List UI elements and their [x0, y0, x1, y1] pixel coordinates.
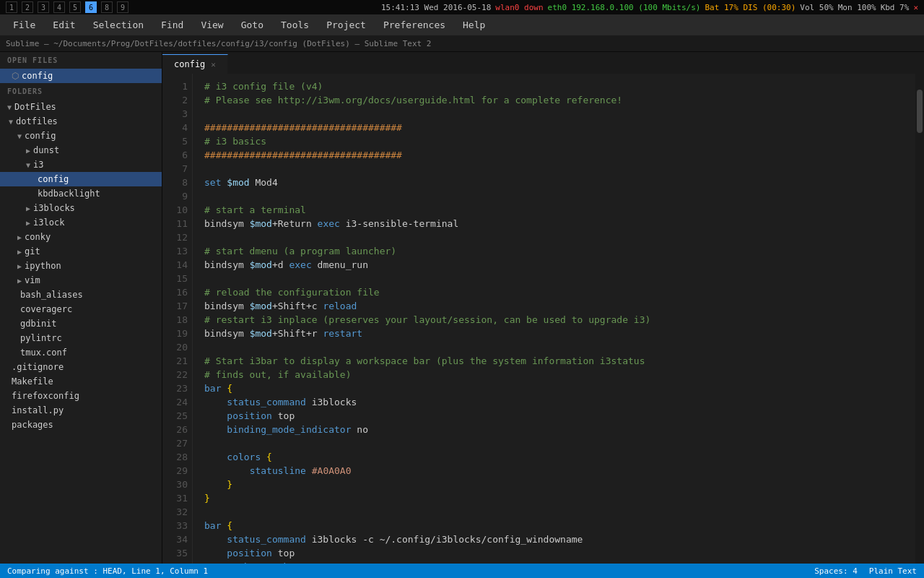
open-files-header: OPEN FILES [0, 52, 162, 69]
tree-arrow: ▶ [26, 204, 30, 212]
code-area: 1234567891011121314151617181920212223242… [162, 74, 924, 564]
spaces-indicator[interactable]: Spaces: 4 [814, 566, 858, 576]
line-num-15: 15 [162, 272, 188, 285]
close-icon[interactable]: ✕ [913, 3, 918, 12]
editor-area: config ✕ 1234567891011121314151617181920… [162, 52, 924, 564]
tabs-bar: config ✕ [162, 52, 924, 74]
item-label: tmux.conf [20, 348, 67, 358]
line-num-14: 14 [162, 258, 188, 272]
line-num-7: 7 [162, 162, 188, 176]
line-num-11: 11 [162, 217, 188, 230]
sidebar-item-kbdbacklight[interactable]: kbdbacklight [0, 186, 162, 201]
sidebar-item-installpy[interactable]: install.py [0, 403, 162, 418]
kbd-status: Kbd 7% [881, 3, 910, 12]
sidebar-item-i3blocks[interactable]: ▶ i3blocks [0, 201, 162, 215]
status-bar: 12345689 15:41:13 Wed 2016-05-18 wlan0 d… [0, 0, 924, 14]
item-label: ipython [25, 261, 61, 271]
tab-label: config [174, 59, 205, 69]
menu-item-tools[interactable]: Tools [274, 17, 316, 33]
workspace-9[interactable]: 9 [117, 1, 128, 13]
menu-item-project[interactable]: Project [319, 17, 373, 33]
item-label: install.py [12, 405, 64, 415]
menu-item-view[interactable]: View [193, 17, 230, 33]
tab-config[interactable]: config ✕ [162, 54, 228, 74]
item-label: gdbinit [20, 319, 57, 329]
line-numbers: 1234567891011121314151617181920212223242… [162, 74, 193, 564]
item-label: i3blocks [33, 203, 75, 213]
menu-item-edit[interactable]: Edit [45, 17, 82, 33]
menu-item-find[interactable]: Find [154, 17, 191, 33]
folder-tree: ▼ DotFiles▼ dotfiles▼ config▶ dunst▼ i3 … [0, 100, 162, 432]
sidebar-item-pylintrc[interactable]: pylintrc [0, 331, 162, 345]
sidebar-item-dunst[interactable]: ▶ dunst [0, 143, 162, 158]
tree-arrow: ▶ [17, 262, 22, 270]
tab-close-button[interactable]: ✕ [211, 60, 216, 69]
workspace-1[interactable]: 1 [6, 1, 17, 13]
line-num-24: 24 [162, 395, 188, 409]
item-label: config [38, 174, 69, 184]
sidebar-item-gdbinit[interactable]: gdbinit [0, 316, 162, 331]
sidebar-item-vim[interactable]: ▶ vim [0, 273, 162, 288]
item-label: Makefile [12, 376, 53, 387]
sidebar-item-Makefile[interactable]: Makefile [0, 374, 162, 389]
item-label: coveragerc [20, 304, 72, 314]
line-num-9: 9 [162, 189, 188, 203]
sidebar-item-dotfiles[interactable]: ▼ dotfiles [0, 114, 162, 129]
line-num-23: 23 [162, 381, 188, 395]
item-label: .gitignore [12, 362, 64, 372]
sidebar-item-DotFiles[interactable]: ▼ DotFiles [0, 100, 162, 114]
line-num-13: 13 [162, 244, 188, 258]
workspace-8[interactable]: 8 [101, 1, 113, 13]
line-num-36: 36 [162, 560, 188, 564]
bat-status: Bat 17% DIS (00:30) [705, 3, 796, 12]
workspace-6[interactable]: 6 [85, 1, 97, 13]
line-num-34: 34 [162, 532, 188, 546]
open-file-label: config [22, 71, 53, 81]
scrollbar-thumb[interactable] [917, 90, 923, 133]
sidebar-item-i3[interactable]: ▼ i3 [0, 158, 162, 172]
sidebar-item-config[interactable]: config [0, 172, 162, 186]
sidebar-item-packages[interactable]: packages [0, 418, 162, 432]
menu-item-selection[interactable]: Selection [86, 17, 151, 33]
sidebar-item-coveragerc[interactable]: coveragerc [0, 302, 162, 316]
open-file-config[interactable]: ⬡ config [0, 69, 162, 83]
tree-arrow: ▼ [9, 118, 13, 126]
menu-item-help[interactable]: Help [456, 17, 492, 33]
sidebar-item-tmuxconf[interactable]: tmux.conf [0, 345, 162, 360]
tree-arrow: ▶ [26, 147, 30, 155]
sidebar-item-i3lock[interactable]: ▶ i3lock [0, 215, 162, 230]
item-label: firefoxconfig [12, 391, 79, 401]
line-num-19: 19 [162, 327, 188, 340]
line-num-5: 5 [162, 134, 188, 148]
line-num-32: 32 [162, 505, 188, 519]
workspace-3[interactable]: 3 [38, 1, 49, 13]
menu-item-file[interactable]: File [6, 17, 43, 33]
line-num-18: 18 [162, 313, 188, 327]
line-num-16: 16 [162, 285, 188, 299]
sidebar-item-ipython[interactable]: ▶ ipython [0, 259, 162, 273]
workspace-list: 12345689 [6, 1, 128, 13]
item-label: git [25, 246, 40, 256]
code-content[interactable]: # i3 config file (v4) # Please see http:… [193, 74, 915, 564]
workspace-5[interactable]: 5 [69, 1, 81, 13]
sidebar-item-bash_aliases[interactable]: bash_aliases [0, 288, 162, 302]
line-num-28: 28 [162, 450, 188, 464]
workspace-4[interactable]: 4 [53, 1, 65, 13]
sidebar-item-git[interactable]: ▶ git [0, 244, 162, 259]
datetime: 15:41:13 Wed 2016-05-18 [381, 3, 491, 12]
item-label: dunst [33, 145, 59, 155]
menu-item-preferences[interactable]: Preferences [376, 17, 453, 33]
sidebar-item-config[interactable]: ▼ config [0, 129, 162, 143]
menu-item-goto[interactable]: Goto [234, 17, 271, 33]
tree-arrow: ▼ [7, 103, 12, 111]
sidebar-item-firefoxconfig[interactable]: firefoxconfig [0, 389, 162, 403]
eth-status: eth0 192.168.0.100 (100 Mbits/s) [548, 3, 701, 12]
tree-arrow: ▼ [26, 161, 30, 169]
sidebar-item-conky[interactable]: ▶ conky [0, 230, 162, 244]
line-num-35: 35 [162, 546, 188, 560]
sidebar-item-gitignore[interactable]: .gitignore [0, 360, 162, 374]
language-indicator[interactable]: Plain Text [869, 566, 917, 576]
scrollbar-track[interactable] [915, 74, 924, 564]
workspace-2[interactable]: 2 [22, 1, 33, 13]
folders-header: FOLDERS [0, 83, 162, 100]
